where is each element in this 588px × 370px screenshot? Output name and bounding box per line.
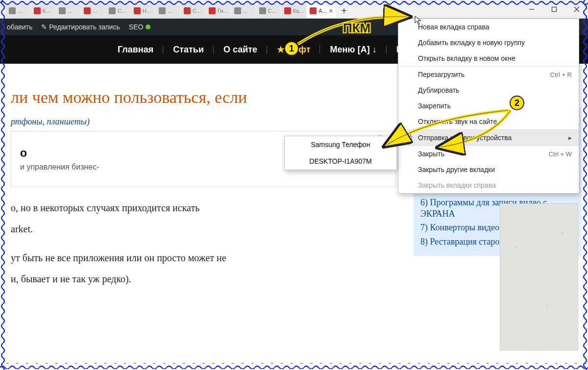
window-close-button[interactable] [565, 0, 588, 18]
seo-status-dot-icon [146, 25, 150, 29]
nav-about[interactable]: О сайте [214, 40, 267, 60]
tab-close-icon[interactable]: × [329, 7, 333, 15]
browser-tab[interactable]: Ка... [281, 3, 307, 18]
ctx-send-to-devices[interactable]: Отправка на свои устройства▸ [398, 130, 579, 146]
main-column: ли чем можно пользоваться, если ртфоны, … [0, 64, 407, 370]
device-option-phone[interactable]: Samsung Телефон [285, 136, 396, 153]
article-body-text: и, бывает и не так уж редко). [11, 272, 396, 286]
ad-subtitle: и управления бизнес- [20, 163, 99, 172]
article-body-text: ут быть не все приложения или он просто … [11, 251, 396, 265]
ctx-reload[interactable]: ПерезагрузитьCtrl + R [398, 67, 579, 82]
ad-title: о [20, 147, 99, 160]
article-heading: ли чем можно пользоваться, если [11, 88, 396, 107]
ctx-new-tab-right[interactable]: Новая вкладка справа [398, 19, 579, 35]
ctx-add-to-group[interactable]: Добавить вкладку в новую группу [398, 35, 579, 50]
svg-rect-1 [552, 7, 557, 11]
browser-tab[interactable]: К... [31, 3, 55, 18]
nav-home[interactable]: Главная [108, 40, 163, 60]
ctx-close-others[interactable]: Закрыть другие вкладки [398, 162, 579, 177]
nav-menu[interactable]: Меню [A] ↓ [320, 40, 386, 60]
devices-icon [404, 134, 412, 141]
shortcut-text: Ctrl + R [550, 71, 572, 78]
article-tags[interactable]: ртфоны, планшеты) [11, 117, 396, 127]
annotation-pkm-label: ПКМ [343, 21, 370, 36]
browser-tab[interactable]: ... [6, 3, 30, 18]
browser-tab[interactable]: ... [56, 3, 80, 18]
admin-add-link[interactable]: обавить [7, 23, 32, 31]
tab-label: А... [318, 8, 327, 14]
browser-tab[interactable]: ... [156, 3, 180, 18]
tabstrip: ... К... ... ... С... Н... ... С... Ги..… [0, 0, 520, 18]
browser-titlebar: ... К... ... ... С... Н... ... С... Ги..… [0, 0, 588, 19]
browser-tab-active[interactable]: А... × [307, 3, 336, 18]
shortcut-text: Ctrl + W [549, 150, 572, 158]
tab-context-menu: Новая вкладка справа Добавить вкладку в … [398, 19, 579, 194]
window-maximize-button[interactable] [543, 0, 565, 18]
annotation-badge-1: 1 [284, 41, 299, 56]
ctx-duplicate[interactable]: Дублировать [398, 82, 579, 98]
browser-tab[interactable]: ... [81, 3, 105, 18]
ctx-pin[interactable]: Закрепить [398, 98, 579, 114]
browser-tab[interactable]: С... [256, 3, 281, 18]
new-tab-button[interactable]: + [337, 3, 351, 18]
article-body-text: о, но в некоторых случаях приходится иск… [11, 201, 396, 215]
annotation-badge-2: 2 [510, 96, 524, 110]
svg-rect-5 [409, 136, 412, 140]
star-icon: ★ [277, 45, 285, 54]
browser-tab[interactable]: ... [231, 3, 256, 18]
ctx-close-right: Закрыть вкладки справа [398, 177, 579, 193]
browser-tab[interactable]: Ги... [206, 3, 231, 18]
window-minimize-button[interactable] [520, 0, 543, 18]
chevron-right-icon: ▸ [568, 134, 572, 142]
admin-edit-link[interactable]: Редактировать запись [41, 23, 120, 31]
admin-seo-link[interactable]: SEO [129, 23, 151, 31]
pencil-icon [41, 23, 49, 31]
article-body-text: arket. [11, 222, 396, 236]
devices-submenu: Samsung Телефон DESKTOP-I1A907M [284, 136, 397, 170]
browser-tab[interactable]: С... [106, 3, 130, 18]
ctx-close[interactable]: ЗакрытьCtrl + W [398, 146, 579, 162]
window-controls [520, 0, 588, 18]
content-image-stone [500, 203, 578, 350]
cursor-icon [415, 16, 422, 27]
browser-tab[interactable]: С... [181, 3, 205, 18]
nav-articles[interactable]: Статьи [163, 40, 214, 60]
ctx-mute[interactable]: Отключить звук на сайте [398, 114, 579, 130]
browser-tab[interactable]: Н... [131, 3, 155, 18]
ctx-open-new-window[interactable]: Открыть вкладку в новом окне [398, 50, 579, 67]
device-option-desktop[interactable]: DESKTOP-I1A907M [285, 153, 396, 170]
